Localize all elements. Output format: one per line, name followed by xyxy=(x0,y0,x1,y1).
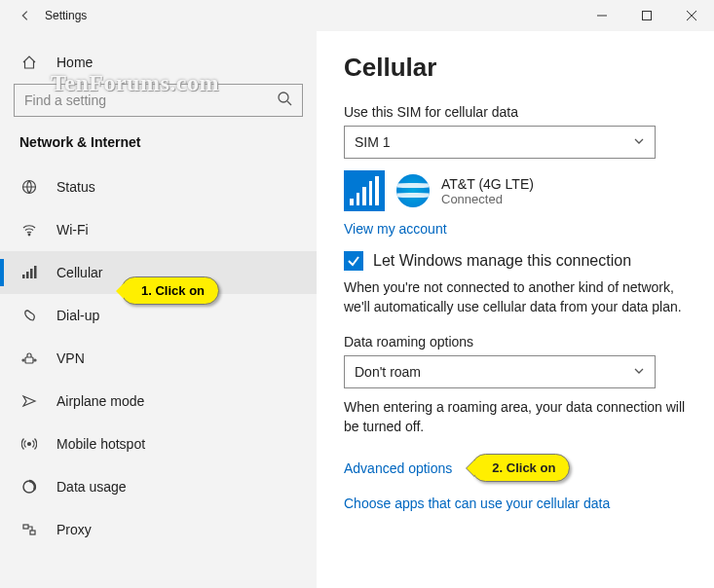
svg-rect-1 xyxy=(643,12,652,20)
carrier-row: AT&T (4G LTE) Connected xyxy=(344,170,687,211)
nav-vpn[interactable]: VPN xyxy=(0,337,317,380)
chevron-down-icon xyxy=(633,364,645,380)
nav-label: VPN xyxy=(56,350,85,366)
choose-apps-link[interactable]: Choose apps that can use your cellular d… xyxy=(344,496,610,511)
svg-rect-11 xyxy=(34,266,37,278)
page-heading: Cellular xyxy=(344,53,687,83)
window-controls xyxy=(580,0,714,31)
nav-label: Data usage xyxy=(56,479,127,495)
svg-point-7 xyxy=(28,234,30,236)
callout-2: 2. Click on xyxy=(471,454,570,482)
checkbox-desc: When you're not connected to another kin… xyxy=(344,278,687,316)
nav-label: Mobile hotspot xyxy=(56,436,145,452)
signal-icon xyxy=(344,170,385,211)
sidebar: Home Network & Internet Status Wi-Fi xyxy=(0,31,317,588)
nav-label: Dial-up xyxy=(56,308,99,323)
home-label: Home xyxy=(56,55,93,70)
nav-label: Wi-Fi xyxy=(56,222,89,238)
nav-proxy[interactable]: Proxy xyxy=(0,508,317,551)
svg-rect-12 xyxy=(25,357,33,363)
dialup-icon xyxy=(19,308,39,323)
roaming-select[interactable]: Don't roam xyxy=(344,355,656,388)
minimize-button[interactable] xyxy=(580,0,624,31)
roaming-desc: When entering a roaming area, your data … xyxy=(344,398,687,436)
checkbox-label: Let Windows manage this connection xyxy=(373,252,631,270)
nav-hotspot[interactable]: Mobile hotspot xyxy=(0,423,317,465)
maximize-button[interactable] xyxy=(624,0,669,31)
sim-value: SIM 1 xyxy=(355,134,391,150)
svg-rect-10 xyxy=(30,269,33,278)
svg-point-15 xyxy=(28,443,31,446)
vpn-icon xyxy=(19,350,39,366)
window-title: Settings xyxy=(39,9,580,22)
chevron-down-icon xyxy=(633,134,645,150)
airplane-icon xyxy=(19,393,39,409)
sim-select[interactable]: SIM 1 xyxy=(344,126,656,159)
home-icon xyxy=(19,55,39,70)
data-usage-icon xyxy=(19,479,39,495)
svg-line-5 xyxy=(287,101,291,105)
roaming-value: Don't roam xyxy=(355,364,421,380)
svg-point-14 xyxy=(34,359,36,361)
roaming-label: Data roaming options xyxy=(344,334,687,349)
close-button[interactable] xyxy=(669,0,714,31)
svg-point-4 xyxy=(279,92,288,102)
advanced-options-link[interactable]: Advanced options xyxy=(344,460,452,476)
nav-status[interactable]: Status xyxy=(0,165,317,208)
wifi-icon xyxy=(19,222,39,238)
nav-label: Cellular xyxy=(56,265,102,280)
section-heading: Network & Internet xyxy=(0,130,317,165)
status-icon xyxy=(19,179,39,195)
nav-label: Airplane mode xyxy=(56,393,144,409)
back-button[interactable] xyxy=(12,9,39,22)
callout-1: 1. Click on xyxy=(121,276,219,305)
nav-list: Status Wi-Fi Cellular Dial-up VPN Airpla… xyxy=(0,165,317,551)
search-input[interactable] xyxy=(24,92,277,108)
view-account-link[interactable]: View my account xyxy=(344,221,447,237)
search-input-wrap[interactable] xyxy=(14,84,303,117)
svg-point-13 xyxy=(22,359,24,361)
search-icon xyxy=(277,91,292,110)
svg-rect-18 xyxy=(30,531,35,534)
nav-wifi[interactable]: Wi-Fi xyxy=(0,208,317,251)
carrier-status: Connected xyxy=(441,192,534,206)
svg-rect-9 xyxy=(26,272,29,278)
nav-label: Proxy xyxy=(56,522,92,537)
titlebar: Settings xyxy=(0,0,714,31)
cellular-icon xyxy=(19,265,39,280)
manage-connection-checkbox[interactable]: Let Windows manage this connection xyxy=(344,251,687,271)
sim-label: Use this SIM for cellular data xyxy=(344,104,687,120)
home-nav[interactable]: Home xyxy=(0,47,317,78)
checkbox-checked-icon xyxy=(344,251,363,271)
att-logo-icon xyxy=(396,174,430,207)
carrier-name: AT&T (4G LTE) xyxy=(441,176,534,192)
svg-rect-8 xyxy=(22,275,25,278)
nav-airplane[interactable]: Airplane mode xyxy=(0,380,317,423)
nav-data-usage[interactable]: Data usage xyxy=(0,465,317,508)
proxy-icon xyxy=(19,522,39,537)
svg-rect-17 xyxy=(23,525,28,529)
main-content: Cellular Use this SIM for cellular data … xyxy=(317,31,714,588)
nav-label: Status xyxy=(56,179,95,195)
hotspot-icon xyxy=(19,436,39,452)
